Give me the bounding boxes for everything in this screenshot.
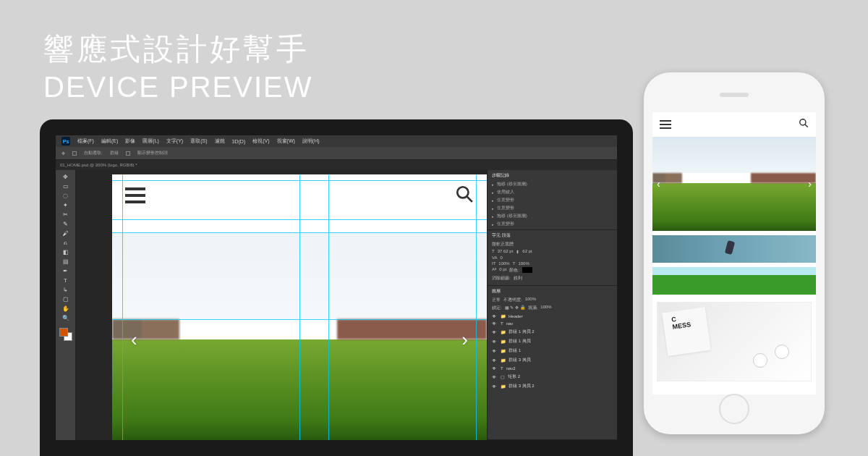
- history-item[interactable]: 拖移 (移至圖層): [492, 181, 613, 187]
- zoom-tool[interactable]: 🔍: [61, 314, 69, 322]
- layer-row[interactable]: 👁📁群組 3 拷貝 2: [492, 382, 613, 390]
- layer-row[interactable]: 👁📁Header: [492, 313, 613, 319]
- guide-vertical[interactable]: [328, 174, 329, 440]
- hamburger-icon[interactable]: [660, 120, 671, 129]
- lasso-tool[interactable]: ◌: [61, 192, 69, 200]
- layer-row[interactable]: 👁Tnav2: [492, 366, 613, 371]
- visibility-icon[interactable]: 👁: [492, 375, 498, 379]
- guide-vertical[interactable]: [476, 174, 477, 440]
- layer-row[interactable]: 👁Tnav: [492, 321, 613, 326]
- menu-edit[interactable]: 編輯(E): [101, 138, 118, 145]
- guide-horizontal[interactable]: [112, 180, 487, 181]
- layer-row[interactable]: 👁📁群組 1: [492, 347, 613, 355]
- history-item[interactable]: 使用鍵入: [492, 189, 613, 195]
- auto-select-checkbox[interactable]: [72, 151, 77, 156]
- move-tool[interactable]: ✥: [61, 173, 69, 181]
- guide-vertical[interactable]: [299, 174, 300, 440]
- menu-view[interactable]: 檢視(V): [252, 138, 269, 145]
- vscale-value[interactable]: 100%: [498, 261, 509, 266]
- font-size-value[interactable]: 37.62 pt: [498, 249, 514, 254]
- transform-checkbox[interactable]: [126, 151, 130, 156]
- visibility-icon[interactable]: 👁: [492, 358, 498, 363]
- eraser-tool[interactable]: ◧: [61, 248, 69, 256]
- gradient-tool[interactable]: ▤: [61, 258, 69, 266]
- fill-value[interactable]: 100%: [540, 305, 551, 311]
- search-icon[interactable]: [799, 118, 809, 131]
- history-panel: 步驟記錄 拖移 (移至圖層) 使用鍵入 任意變形 任意變形 拖移 (移至圖層) …: [488, 170, 617, 230]
- history-item[interactable]: 任意變形: [492, 221, 613, 227]
- baseline-value[interactable]: 0 pt: [499, 267, 506, 274]
- auto-select-value[interactable]: 群組: [110, 150, 119, 156]
- canvas-area[interactable]: ‹ ›: [76, 170, 487, 440]
- brush-tool[interactable]: 🖌: [61, 229, 69, 237]
- menu-select[interactable]: 選取(S): [190, 138, 207, 145]
- wand-tool[interactable]: ✦: [61, 201, 69, 209]
- buildings-region: [652, 173, 816, 183]
- document-tab[interactable]: 01_HOME.psd @ 200% (logo, RGB/8) *: [60, 163, 137, 167]
- eyedropper-tool[interactable]: ✎: [61, 220, 69, 228]
- layer-row[interactable]: 👁📁群組 1 拷貝: [492, 337, 613, 345]
- shape-tool[interactable]: ▢: [61, 295, 69, 303]
- visibility-icon[interactable]: 👁: [492, 339, 498, 344]
- visibility-icon[interactable]: 👁: [492, 314, 498, 318]
- content-card[interactable]: C MESS: [657, 302, 812, 381]
- text-color-swatch[interactable]: [522, 267, 532, 273]
- layer-row[interactable]: 👁📁群組 1 拷貝 2: [492, 328, 613, 336]
- font-family-select[interactable]: 微軟正黑體: [492, 241, 514, 248]
- carousel-next-icon[interactable]: ›: [461, 329, 468, 351]
- carousel-prev-icon[interactable]: ‹: [657, 178, 660, 190]
- guide-horizontal[interactable]: [112, 319, 487, 320]
- content-band-surfer[interactable]: [652, 235, 816, 263]
- pen-tool[interactable]: ✒: [61, 267, 69, 275]
- blend-mode-select[interactable]: 正常: [492, 297, 501, 303]
- headline: 響應式設計好幫手 DEVICE PREVIEW: [43, 29, 313, 104]
- history-item[interactable]: 任意變形: [492, 197, 613, 203]
- aa-label: 消除鋸齒:: [492, 275, 511, 282]
- phone-hero-image: ‹ ›: [652, 137, 816, 231]
- visibility-icon[interactable]: 👁: [492, 366, 498, 371]
- crop-tool[interactable]: ✂: [61, 211, 69, 219]
- aa-value[interactable]: 銳利: [514, 275, 522, 282]
- foreground-color-swatch[interactable]: [59, 328, 68, 337]
- layer-row[interactable]: 👁▢矩形 2: [492, 373, 613, 381]
- visibility-icon[interactable]: 👁: [492, 349, 498, 353]
- visibility-icon[interactable]: 👁: [492, 384, 498, 389]
- leading-value[interactable]: 62 pt: [522, 249, 532, 254]
- carousel-next-icon[interactable]: ›: [808, 178, 812, 190]
- layers-panel: 圖層 正常 不透明度: 100% 鎖定: ▦ ✎ ✥ 🔒 填滿: 100%: [488, 286, 617, 440]
- text-layer-icon: T: [501, 321, 503, 326]
- color-swatches[interactable]: [59, 328, 72, 341]
- layer-name: 矩形 2: [508, 373, 520, 380]
- tracking-value[interactable]: 0: [501, 256, 503, 260]
- layer-row[interactable]: 👁📁群組 3 拷貝: [492, 356, 613, 364]
- content-band-grass[interactable]: [652, 267, 816, 295]
- guide-vertical[interactable]: [122, 174, 123, 440]
- hamburger-icon[interactable]: [125, 187, 145, 203]
- carousel-prev-icon[interactable]: ‹: [131, 329, 137, 351]
- menu-filter[interactable]: 濾鏡: [215, 138, 225, 145]
- marquee-tool[interactable]: ▭: [61, 182, 69, 190]
- hand-tool[interactable]: ✋: [61, 305, 69, 313]
- path-tool[interactable]: ↳: [61, 286, 69, 294]
- menu-image[interactable]: 影像: [125, 138, 135, 145]
- menu-file[interactable]: 檔案(F): [77, 138, 94, 145]
- search-icon[interactable]: [455, 185, 474, 206]
- svg-point-2: [800, 119, 806, 125]
- menu-3d[interactable]: 3D(D): [232, 139, 246, 144]
- visibility-icon[interactable]: 👁: [492, 330, 498, 334]
- menu-window[interactable]: 視窗(W): [277, 138, 295, 145]
- menu-layer[interactable]: 圖層(L): [142, 138, 159, 145]
- hscale-value[interactable]: 100%: [518, 261, 529, 266]
- stamp-tool[interactable]: ⎌: [61, 239, 69, 247]
- visibility-icon[interactable]: 👁: [492, 321, 498, 326]
- opacity-value[interactable]: 100%: [525, 297, 536, 303]
- history-item[interactable]: 拖移 (移至圖層): [492, 213, 613, 219]
- menu-type[interactable]: 文字(Y): [166, 138, 183, 145]
- lock-icons[interactable]: ▦ ✎ ✥ 🔒: [505, 305, 525, 311]
- history-item[interactable]: 任意變形: [492, 205, 613, 211]
- guide-horizontal[interactable]: [112, 232, 487, 233]
- menu-help[interactable]: 說明(H): [302, 138, 320, 145]
- layers-panel-title: 圖層: [492, 288, 613, 295]
- guide-horizontal[interactable]: [112, 219, 487, 220]
- type-tool[interactable]: T: [61, 276, 69, 284]
